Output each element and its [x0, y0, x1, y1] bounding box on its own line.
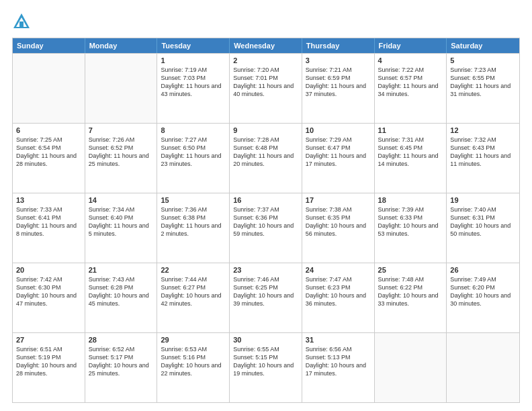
cell-info: Sunrise: 7:43 AM Sunset: 6:28 PM Dayligh…: [89, 275, 154, 308]
calendar-cell: 4Sunrise: 7:22 AM Sunset: 6:57 PM Daylig…: [375, 54, 447, 123]
cell-info: Sunrise: 7:39 AM Sunset: 6:33 PM Dayligh…: [378, 205, 443, 238]
calendar-cell: 16Sunrise: 7:37 AM Sunset: 6:36 PM Dayli…: [230, 193, 302, 263]
calendar-cell: 14Sunrise: 7:34 AM Sunset: 6:40 PM Dayli…: [85, 193, 158, 263]
header: [12, 12, 520, 31]
calendar-row-0: 1Sunrise: 7:19 AM Sunset: 7:03 PM Daylig…: [13, 53, 519, 123]
cell-info: Sunrise: 7:48 AM Sunset: 6:22 PM Dayligh…: [378, 275, 443, 308]
weekday-header-sunday: Sunday: [13, 38, 85, 53]
calendar-body: 1Sunrise: 7:19 AM Sunset: 7:03 PM Daylig…: [13, 53, 519, 402]
calendar-cell: 27Sunrise: 6:51 AM Sunset: 5:19 PM Dayli…: [13, 333, 85, 402]
calendar-cell: 31Sunrise: 6:56 AM Sunset: 5:13 PM Dayli…: [302, 333, 375, 402]
calendar-cell: 29Sunrise: 6:53 AM Sunset: 5:16 PM Dayli…: [157, 333, 230, 402]
calendar-cell: 12Sunrise: 7:32 AM Sunset: 6:43 PM Dayli…: [447, 124, 519, 193]
day-number: 13: [16, 196, 81, 204]
cell-info: Sunrise: 7:25 AM Sunset: 6:54 PM Dayligh…: [16, 136, 81, 169]
calendar-cell: 15Sunrise: 7:36 AM Sunset: 6:38 PM Dayli…: [157, 193, 230, 263]
calendar-cell: 21Sunrise: 7:43 AM Sunset: 6:28 PM Dayli…: [85, 263, 158, 332]
day-number: 31: [306, 336, 371, 344]
calendar-cell: 17Sunrise: 7:38 AM Sunset: 6:35 PM Dayli…: [302, 193, 375, 263]
calendar-cell: 23Sunrise: 7:46 AM Sunset: 6:25 PM Dayli…: [230, 263, 302, 332]
calendar-header: SundayMondayTuesdayWednesdayThursdayFrid…: [13, 38, 519, 53]
day-number: 15: [161, 196, 226, 204]
cell-info: Sunrise: 7:28 AM Sunset: 6:48 PM Dayligh…: [233, 136, 298, 169]
day-number: 5: [450, 56, 516, 64]
calendar-cell: 28Sunrise: 6:52 AM Sunset: 5:17 PM Dayli…: [85, 333, 158, 402]
calendar-cell: 25Sunrise: 7:48 AM Sunset: 6:22 PM Dayli…: [375, 263, 447, 332]
day-number: 27: [16, 336, 81, 344]
day-number: 7: [89, 126, 154, 134]
calendar-cell: 20Sunrise: 7:42 AM Sunset: 6:30 PM Dayli…: [13, 263, 85, 332]
cell-info: Sunrise: 7:36 AM Sunset: 6:38 PM Dayligh…: [161, 205, 226, 238]
day-number: 29: [161, 336, 226, 344]
day-number: 1: [161, 56, 226, 64]
calendar-cell: 24Sunrise: 7:47 AM Sunset: 6:23 PM Dayli…: [302, 263, 375, 332]
day-number: 16: [233, 196, 298, 204]
calendar-cell: 26Sunrise: 7:49 AM Sunset: 6:20 PM Dayli…: [447, 263, 519, 332]
day-number: 23: [233, 266, 298, 274]
day-number: 14: [89, 196, 154, 204]
day-number: 30: [233, 336, 298, 344]
cell-info: Sunrise: 6:53 AM Sunset: 5:16 PM Dayligh…: [161, 345, 226, 378]
cell-info: Sunrise: 7:42 AM Sunset: 6:30 PM Dayligh…: [16, 275, 81, 308]
weekday-header-tuesday: Tuesday: [157, 38, 230, 53]
day-number: 6: [16, 126, 81, 134]
day-number: 2: [233, 56, 298, 64]
day-number: 3: [306, 56, 371, 64]
calendar-cell: [13, 54, 85, 123]
day-number: 20: [16, 266, 81, 274]
calendar-cell: [447, 333, 519, 402]
day-number: 4: [378, 56, 443, 64]
cell-info: Sunrise: 7:44 AM Sunset: 6:27 PM Dayligh…: [161, 275, 226, 308]
logo: [12, 12, 34, 31]
cell-info: Sunrise: 6:55 AM Sunset: 5:15 PM Dayligh…: [233, 345, 298, 378]
calendar-cell: 6Sunrise: 7:25 AM Sunset: 6:54 PM Daylig…: [13, 124, 85, 193]
day-number: 22: [161, 266, 226, 274]
day-number: 21: [89, 266, 154, 274]
cell-info: Sunrise: 7:31 AM Sunset: 6:45 PM Dayligh…: [378, 136, 443, 169]
calendar-cell: 7Sunrise: 7:26 AM Sunset: 6:52 PM Daylig…: [85, 124, 158, 193]
cell-info: Sunrise: 7:20 AM Sunset: 7:01 PM Dayligh…: [233, 66, 298, 99]
page: SundayMondayTuesdayWednesdayThursdayFrid…: [0, 0, 532, 411]
weekday-header-friday: Friday: [375, 38, 447, 53]
logo-icon: [12, 12, 31, 31]
calendar-cell: 3Sunrise: 7:21 AM Sunset: 6:59 PM Daylig…: [302, 54, 375, 123]
day-number: 28: [89, 336, 154, 344]
cell-info: Sunrise: 7:22 AM Sunset: 6:57 PM Dayligh…: [378, 66, 443, 99]
cell-info: Sunrise: 7:46 AM Sunset: 6:25 PM Dayligh…: [233, 275, 298, 308]
calendar-cell: 22Sunrise: 7:44 AM Sunset: 6:27 PM Dayli…: [157, 263, 230, 332]
calendar-cell: 18Sunrise: 7:39 AM Sunset: 6:33 PM Dayli…: [375, 193, 447, 263]
cell-info: Sunrise: 7:26 AM Sunset: 6:52 PM Dayligh…: [89, 136, 154, 169]
day-number: 18: [378, 196, 443, 204]
day-number: 9: [233, 126, 298, 134]
cell-info: Sunrise: 7:40 AM Sunset: 6:31 PM Dayligh…: [450, 205, 516, 238]
cell-info: Sunrise: 7:27 AM Sunset: 6:50 PM Dayligh…: [161, 136, 226, 169]
cell-info: Sunrise: 7:23 AM Sunset: 6:55 PM Dayligh…: [450, 66, 516, 99]
weekday-header-wednesday: Wednesday: [230, 38, 302, 53]
calendar-cell: 11Sunrise: 7:31 AM Sunset: 6:45 PM Dayli…: [375, 124, 447, 193]
day-number: 8: [161, 126, 226, 134]
cell-info: Sunrise: 7:33 AM Sunset: 6:41 PM Dayligh…: [16, 205, 81, 238]
day-number: 24: [306, 266, 371, 274]
calendar-cell: 10Sunrise: 7:29 AM Sunset: 6:47 PM Dayli…: [302, 124, 375, 193]
cell-info: Sunrise: 6:52 AM Sunset: 5:17 PM Dayligh…: [89, 345, 154, 378]
calendar-row-4: 27Sunrise: 6:51 AM Sunset: 5:19 PM Dayli…: [13, 332, 519, 402]
calendar-cell: 30Sunrise: 6:55 AM Sunset: 5:15 PM Dayli…: [230, 333, 302, 402]
calendar-cell: 2Sunrise: 7:20 AM Sunset: 7:01 PM Daylig…: [230, 54, 302, 123]
svg-rect-2: [19, 21, 24, 27]
day-number: 19: [450, 196, 516, 204]
calendar-cell: [375, 333, 447, 402]
cell-info: Sunrise: 7:37 AM Sunset: 6:36 PM Dayligh…: [233, 205, 298, 238]
cell-info: Sunrise: 7:47 AM Sunset: 6:23 PM Dayligh…: [306, 275, 371, 308]
cell-info: Sunrise: 7:19 AM Sunset: 7:03 PM Dayligh…: [161, 66, 226, 99]
calendar-cell: 9Sunrise: 7:28 AM Sunset: 6:48 PM Daylig…: [230, 124, 302, 193]
cell-info: Sunrise: 7:21 AM Sunset: 6:59 PM Dayligh…: [306, 66, 371, 99]
calendar-cell: 8Sunrise: 7:27 AM Sunset: 6:50 PM Daylig…: [157, 124, 230, 193]
calendar-cell: 19Sunrise: 7:40 AM Sunset: 6:31 PM Dayli…: [447, 193, 519, 263]
weekday-header-saturday: Saturday: [447, 38, 519, 53]
calendar-cell: [85, 54, 158, 123]
cell-info: Sunrise: 6:51 AM Sunset: 5:19 PM Dayligh…: [16, 345, 81, 378]
weekday-header-monday: Monday: [85, 38, 158, 53]
day-number: 11: [378, 126, 443, 134]
cell-info: Sunrise: 7:34 AM Sunset: 6:40 PM Dayligh…: [89, 205, 154, 238]
day-number: 10: [306, 126, 371, 134]
